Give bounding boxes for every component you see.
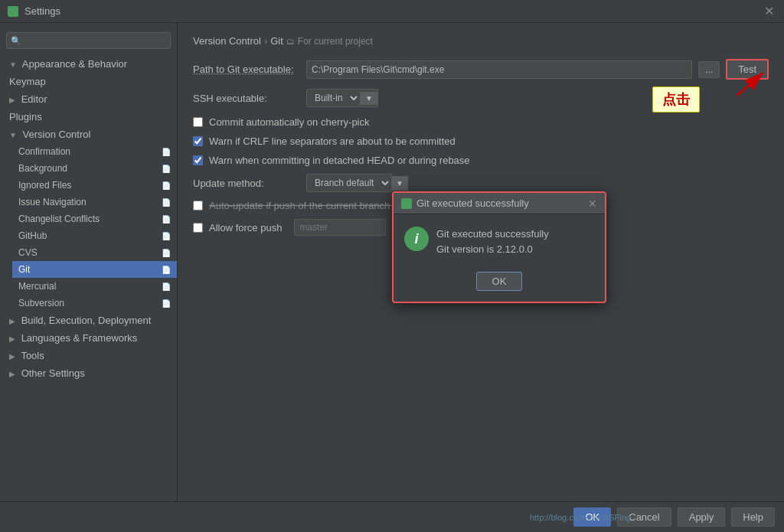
dialog-footer: OK [394,266,605,302]
sidebar-item-build[interactable]: ▶ Build, Execution, Deployment [0,312,177,329]
sidebar-item-label: ▼ Version Control [9,129,90,140]
git-success-dialog[interactable]: Git executed successfully ✕ i Git execut… [392,191,606,303]
dialog-body: i Git executed successfully Git version … [394,214,605,266]
ssh-label: SSH executable: [193,93,300,104]
dialog-title-bar: Git executed successfully ✕ [394,193,605,214]
browse-button[interactable]: ... [698,61,720,78]
crlf-row: Warn if CRLF line separators are about t… [193,135,769,147]
sidebar-item-editor[interactable]: ▶ Editor [0,90,177,108]
sidebar-item-label: Subversion [18,298,64,308]
ssh-row: SSH executable: Built-in ▼ [193,89,769,107]
sidebar-item-ignored-files[interactable]: Ignored Files 📄 [12,177,177,194]
apply-button[interactable]: Apply [678,508,726,527]
main-layout: 🔍 ▼ Appearance & Behavior Keymap ▶ Edito… [0,23,784,501]
dialog-line2: Git version is 2.12.0.0 [436,242,549,257]
update-dropdown-btn[interactable]: ▼ [392,176,408,191]
page-icon: 📄 [162,232,171,240]
page-icon: 📄 [162,198,171,207]
sidebar-item-tools[interactable]: ▶ Tools [0,347,177,364]
page-icon: 📄 [162,165,171,173]
title-bar: Settings ✕ [0,0,784,23]
ssh-select-wrap[interactable]: Built-in ▼ [306,89,378,107]
dialog-message: Git executed successfully Git version is… [436,227,549,256]
sidebar-item-label: Plugins [9,111,42,122]
cherry-pick-label[interactable]: Commit automatically on cherry-pick [209,116,370,128]
sidebar: 🔍 ▼ Appearance & Behavior Keymap ▶ Edito… [0,23,178,501]
sidebar-item-confirmation[interactable]: Confirmation 📄 [12,143,177,160]
page-icon: 📄 [162,215,171,224]
content-area: Version Control › Git 🗂 For current proj… [178,23,784,501]
crlf-checkbox[interactable] [193,136,203,146]
sidebar-item-label: ▶ Editor [9,93,47,105]
sidebar-item-git[interactable]: Git 📄 [12,261,177,278]
update-label: Update method: [193,178,300,189]
sidebar-item-label: ▶ Other Settings [9,367,85,379]
update-select-wrap[interactable]: Branch default ▼ [306,174,408,192]
sidebar-item-label: ▶ Tools [9,350,44,361]
ssh-dropdown-btn[interactable]: ▼ [360,92,377,105]
sidebar-item-label: ▼ Appearance & Behavior [9,58,127,70]
dialog-title-icon [401,198,412,209]
path-row: Path to Git executable: ... Test [193,59,769,80]
breadcrumb: Version Control › Git 🗂 For current proj… [193,35,769,47]
crlf-label[interactable]: Warn if CRLF line separators are about t… [209,135,456,147]
sidebar-item-label: CVS [18,247,38,258]
update-row: Update method: Branch default ▼ [193,174,769,192]
help-button[interactable]: Help [731,508,775,527]
sidebar-item-mercurial[interactable]: Mercurial 📄 [12,278,177,295]
close-button[interactable]: ✕ [764,5,776,18]
path-label: Path to Git executable: [193,64,300,75]
auto-update-checkbox[interactable] [193,201,203,211]
path-input[interactable] [306,60,692,79]
search-icon: 🔍 [11,36,21,46]
dialog-close-button[interactable]: ✕ [588,198,597,209]
page-icon: 📄 [162,249,171,257]
bottom-bar: http://blog.csdn.net/ASFing OK Cancel Ap… [0,501,784,532]
title-bar-left: Settings [8,5,60,17]
sidebar-item-background[interactable]: Background 📄 [12,160,177,177]
dialog-title-label: Git executed successfully [416,197,529,209]
expand-icon: ▶ [9,335,15,343]
allow-force-label[interactable]: Allow force push [209,222,282,233]
branch-input[interactable] [294,219,386,236]
cherry-pick-checkbox[interactable] [193,117,203,127]
sidebar-item-languages[interactable]: ▶ Languages & Frameworks [0,329,177,347]
test-button[interactable]: Test [726,59,769,80]
sidebar-item-label: Background [18,163,67,174]
sidebar-item-keymap[interactable]: Keymap [0,73,177,90]
sidebar-item-github[interactable]: GitHub 📄 [12,227,177,244]
dialog-ok-button[interactable]: OK [476,272,523,291]
update-select[interactable]: Branch default [306,174,392,192]
page-icon: 📄 [162,299,171,308]
app-icon [8,6,18,17]
detached-checkbox[interactable] [193,155,203,165]
search-box[interactable]: 🔍 [6,32,171,49]
expand-icon: ▼ [9,60,17,69]
ssh-select[interactable]: Built-in [307,90,360,106]
info-icon: i [404,227,429,251]
breadcrumb-part1: Version Control [193,35,261,47]
expand-icon: ▼ [9,131,17,139]
sidebar-item-other-settings[interactable]: ▶ Other Settings [0,364,177,382]
sidebar-item-subversion[interactable]: Subversion 📄 [12,295,177,312]
page-icon: 📄 [162,266,171,274]
page-icon: 📄 [162,148,171,156]
breadcrumb-part2: Git [270,35,283,47]
detached-label[interactable]: Warn when committing in detached HEAD or… [209,155,470,166]
project-icon: 🗂 [286,37,295,46]
sidebar-item-plugins[interactable]: Plugins [0,108,177,126]
dialog-line1: Git executed successfully [436,227,549,242]
sidebar-item-appearance[interactable]: ▼ Appearance & Behavior [0,55,177,73]
sidebar-item-changelist-conflicts[interactable]: Changelist Conflicts 📄 [12,211,177,227]
sidebar-item-label: ▶ Build, Execution, Deployment [9,315,151,326]
sidebar-item-version-control[interactable]: ▼ Version Control [0,126,177,143]
sidebar-item-label: Changelist Conflicts [18,214,100,224]
allow-force-checkbox[interactable] [193,223,203,233]
sidebar-item-issue-navigation[interactable]: Issue Navigation 📄 [12,194,177,211]
page-icon: 📄 [162,181,171,190]
dialog-title-text: Git executed successfully [401,197,529,209]
sidebar-item-cvs[interactable]: CVS 📄 [12,244,177,261]
version-control-subitems: Confirmation 📄 Background 📄 Ignored File… [0,143,177,312]
detached-row: Warn when committing in detached HEAD or… [193,155,769,166]
search-input[interactable] [6,32,171,49]
